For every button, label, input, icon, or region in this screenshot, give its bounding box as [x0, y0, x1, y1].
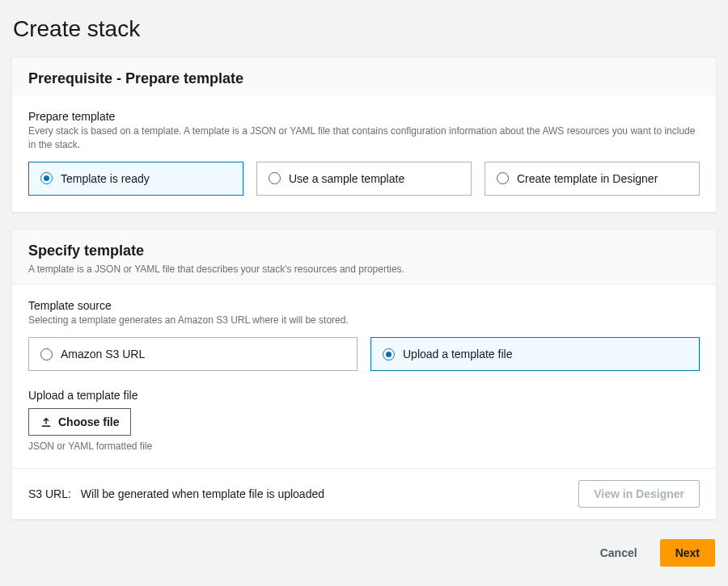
option-s3-url[interactable]: Amazon S3 URL: [28, 337, 358, 371]
radio-icon: [383, 348, 395, 360]
s3-url-line: S3 URL: Will be generated when template …: [28, 487, 324, 500]
view-in-designer-button[interactable]: View in Designer: [578, 480, 700, 508]
choose-file-button[interactable]: Choose file: [28, 408, 131, 436]
upload-icon: [40, 416, 52, 428]
prepare-template-help: Every stack is based on a template. A te…: [28, 124, 700, 152]
option-template-ready[interactable]: Template is ready: [28, 162, 243, 196]
choose-file-help: JSON or YAML formatted file: [28, 441, 700, 452]
option-label: Create template in Designer: [517, 172, 658, 185]
upload-file-label: Upload a template file: [28, 389, 700, 402]
s3-url-value: Will be generated when template file is …: [81, 487, 324, 500]
choose-file-label: Choose file: [58, 415, 119, 428]
prerequisite-title: Prerequisite - Prepare template: [28, 70, 700, 87]
radio-icon: [40, 348, 53, 360]
option-label: Use a sample template: [289, 172, 404, 185]
option-label: Upload a template file: [403, 348, 512, 360]
template-source-options: Amazon S3 URL Upload a template file: [28, 337, 700, 371]
specify-template-panel: Specify template A template is a JSON or…: [11, 229, 717, 521]
option-create-in-designer[interactable]: Create template in Designer: [485, 162, 700, 196]
specify-footer: S3 URL: Will be generated when template …: [12, 468, 716, 519]
radio-icon: [269, 172, 281, 184]
template-source-label: Template source: [28, 299, 700, 312]
wizard-nav: Cancel Next: [11, 536, 717, 567]
prerequisite-header: Prerequisite - Prepare template: [12, 57, 716, 95]
specify-subtitle: A template is a JSON or YAML file that d…: [28, 263, 700, 276]
radio-icon: [40, 172, 53, 184]
template-source-help: Selecting a template generates an Amazon…: [28, 314, 700, 327]
s3-url-label: S3 URL:: [28, 487, 71, 500]
specify-header: Specify template A template is a JSON or…: [12, 230, 716, 285]
option-label: Amazon S3 URL: [61, 348, 145, 360]
specify-title: Specify template: [28, 242, 700, 259]
prerequisite-panel: Prerequisite - Prepare template Prepare …: [11, 57, 717, 213]
option-label: Template is ready: [61, 172, 150, 185]
prepare-template-options: Template is ready Use a sample template …: [28, 162, 700, 196]
cancel-button[interactable]: Cancel: [586, 539, 652, 567]
option-upload-file[interactable]: Upload a template file: [370, 337, 700, 371]
page-title: Create stack: [13, 16, 717, 42]
radio-icon: [497, 172, 509, 184]
prepare-template-label: Prepare template: [28, 110, 700, 123]
next-button[interactable]: Next: [660, 539, 715, 567]
option-sample-template[interactable]: Use a sample template: [256, 162, 472, 196]
